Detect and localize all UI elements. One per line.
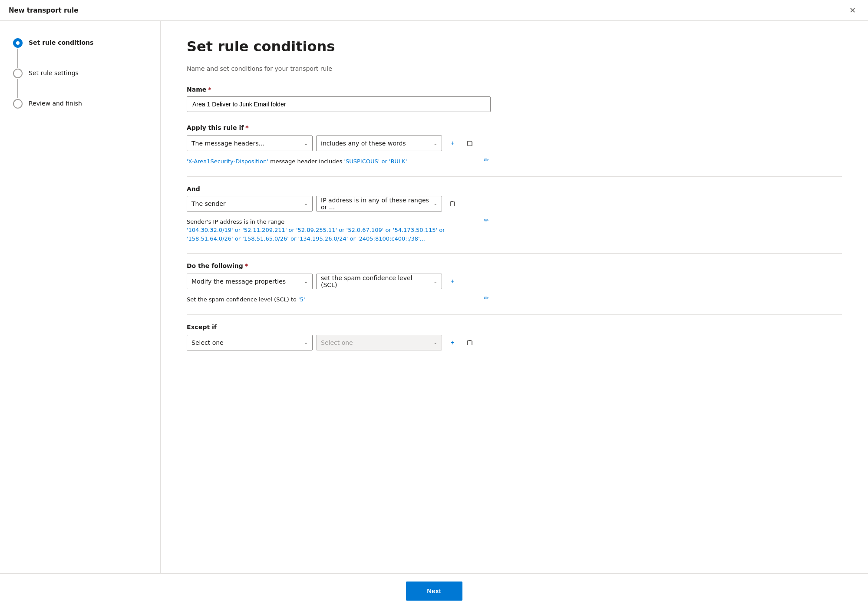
do-following-section: Do the following * Modify the message pr… [187, 262, 842, 306]
step-line-1 [17, 49, 18, 68]
condition2-row: The sender ⌄ IP address is in any of the… [187, 196, 842, 211]
required-star-action: * [245, 262, 248, 269]
condition1-delete-button[interactable] [463, 136, 477, 150]
required-star-name: * [208, 86, 211, 93]
condition2-dropdown1[interactable]: The sender ⌄ [187, 196, 313, 211]
window-title: New transport rule [9, 7, 78, 14]
action1-description: Set the spam confidence level (SCL) to '… [187, 295, 305, 304]
except1-dropdown2: Select one ⌄ [316, 335, 442, 350]
condition1-dropdown1[interactable]: The message headers... ⌄ [187, 135, 313, 151]
step-circle-3 [13, 99, 23, 109]
do-following-heading: Do the following * [187, 262, 842, 269]
close-button[interactable]: ✕ [846, 4, 859, 17]
chevron-down-icon-4: ⌄ [434, 201, 437, 206]
action1-dropdown1[interactable]: Modify the message properties ⌄ [187, 274, 313, 289]
except1-delete-button[interactable] [463, 336, 477, 350]
condition2-dropdown2[interactable]: IP address is in any of these ranges or … [316, 196, 442, 211]
condition2-delete-button[interactable] [446, 197, 459, 211]
action1-dropdown2[interactable]: set the spam confidence level (SCL) ⌄ [316, 274, 442, 289]
and-label: And [187, 185, 842, 192]
condition2-edit-button[interactable]: ✏ [482, 215, 491, 225]
apply-rule-heading: Apply this rule if * [187, 124, 842, 131]
except-heading: Except if [187, 324, 842, 330]
step-line-2 [17, 79, 18, 98]
sidebar: Set rule conditions Set rule settings Re… [0, 21, 161, 608]
divider-3 [187, 314, 842, 315]
step-item-set-rule-conditions: Set rule conditions [13, 38, 147, 69]
chevron-down-icon-2: ⌄ [434, 141, 437, 146]
name-section: Name * [187, 86, 842, 112]
footer-spacer [187, 354, 842, 397]
condition1-header-name: 'X-Area1Security-Disposition' [187, 158, 268, 165]
main-layout: Set rule conditions Set rule settings Re… [0, 21, 868, 608]
trash-icon [467, 140, 473, 146]
chevron-down-icon-8: ⌄ [434, 340, 437, 345]
chevron-down-icon-3: ⌄ [304, 201, 308, 206]
step-label-2: Set rule settings [29, 69, 79, 76]
action1-add-button[interactable]: + [446, 274, 459, 288]
chevron-down-icon-5: ⌄ [304, 279, 308, 284]
except1-add-button[interactable]: + [446, 336, 459, 350]
condition1-header-values: 'SUSPICOUS' or 'BULK' [344, 158, 407, 165]
condition1-description: 'X-Area1Security-Disposition' message he… [187, 157, 407, 166]
action1-scl-value: '5' [298, 296, 305, 303]
step-connector-3 [13, 99, 23, 109]
condition1-add-button[interactable]: + [446, 136, 459, 150]
trash-icon-2 [449, 201, 455, 207]
step-label-3: Review and finish [29, 99, 82, 107]
rule-name-input[interactable] [187, 96, 491, 112]
condition1-row: The message headers... ⌄ includes any of… [187, 135, 842, 151]
condition2-description: Sender's IP address is in the range '104… [187, 218, 469, 243]
divider-1 [187, 176, 842, 177]
action1-desc-row: Set the spam confidence level (SCL) to '… [187, 293, 491, 306]
step-circle-1 [13, 38, 23, 48]
chevron-down-icon-6: ⌄ [434, 279, 437, 284]
except-section: Except if Select one ⌄ Select one ⌄ + [187, 324, 842, 350]
step-label-1: Set rule conditions [29, 38, 93, 46]
divider-2 [187, 253, 842, 254]
next-button[interactable]: Next [406, 582, 462, 601]
and-section: And The sender ⌄ IP address is in any of… [187, 185, 842, 245]
content-area: Set rule conditions Name and set conditi… [161, 21, 868, 608]
condition1-desc-row: 'X-Area1Security-Disposition' message he… [187, 155, 491, 168]
step-item-review-and-finish: Review and finish [13, 99, 147, 109]
step-connector-2 [13, 69, 23, 99]
chevron-down-icon: ⌄ [304, 141, 308, 146]
action1-row: Modify the message properties ⌄ set the … [187, 274, 842, 289]
apply-rule-section: Apply this rule if * The message headers… [187, 124, 842, 168]
action1-edit-button[interactable]: ✏ [482, 293, 491, 303]
condition1-dropdown2[interactable]: includes any of these words ⌄ [316, 135, 442, 151]
title-bar: New transport rule ✕ [0, 0, 868, 21]
trash-icon-3 [467, 340, 473, 346]
step-circle-2 [13, 69, 23, 78]
condition1-edit-button[interactable]: ✏ [482, 155, 491, 165]
name-label: Name * [187, 86, 842, 93]
step-item-set-rule-settings: Set rule settings [13, 69, 147, 99]
step-list: Set rule conditions Set rule settings Re… [13, 38, 147, 109]
subtitle: Name and set conditions for your transpo… [187, 65, 842, 72]
except1-dropdown1[interactable]: Select one ⌄ [187, 335, 313, 350]
chevron-down-icon-7: ⌄ [304, 340, 308, 345]
step-connector-1 [13, 38, 23, 69]
required-star-rule: * [245, 124, 248, 131]
footer: Next [0, 573, 868, 608]
page-title: Set rule conditions [187, 38, 842, 55]
condition2-ip-values: '104.30.32.0/19' or '52.11.209.211' or '… [187, 227, 445, 242]
except1-row: Select one ⌄ Select one ⌄ + [187, 335, 842, 350]
condition2-desc-row: Sender's IP address is in the range '104… [187, 215, 491, 245]
